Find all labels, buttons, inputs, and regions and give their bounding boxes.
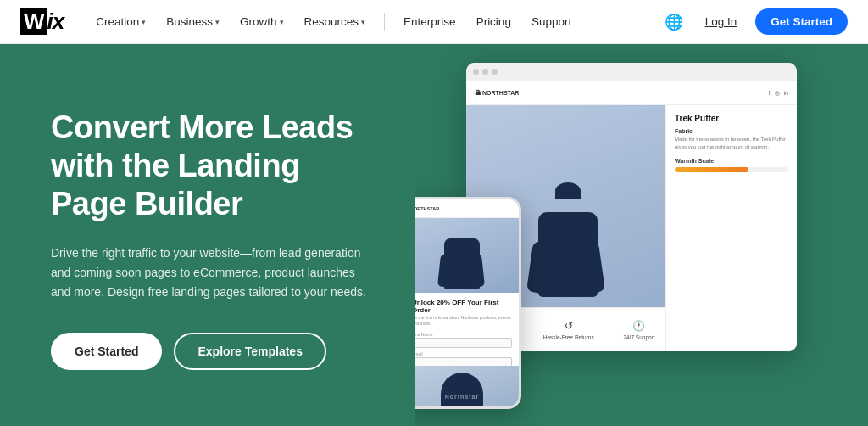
nav-item-growth[interactable]: Growth ▾	[231, 10, 292, 33]
fabric-text: Made for the seasons in between, the Tre…	[675, 136, 788, 151]
mobile-product-image	[415, 218, 519, 293]
nav-enterprise-label: Enterprise	[403, 15, 456, 28]
hero-subtitle: Drive the right traffic to your website—…	[51, 244, 373, 302]
nav-pricing-label: Pricing	[476, 15, 511, 28]
jacket-silhouette	[530, 178, 606, 297]
feature-support: 🕐 24/7 Support	[623, 320, 654, 340]
chevron-down-icon: ▾	[361, 18, 365, 26]
mobile-firstname-input[interactable]	[415, 338, 512, 348]
wix-logo[interactable]: Wix	[20, 8, 64, 35]
globe-icon[interactable]: 🌐	[661, 9, 687, 35]
feature-returns: ↺ Hassle-Free Returns	[543, 320, 594, 340]
hero-explore-button[interactable]: Explore Templates	[174, 333, 326, 370]
fabric-label: Fabric	[675, 128, 788, 134]
nav-support-label: Support	[531, 15, 571, 28]
nav-right: 🌐 Log In Get Started	[661, 8, 848, 35]
nav-resources-label: Resources	[304, 15, 359, 28]
nav-item-creation[interactable]: Creation ▾	[87, 10, 154, 33]
hero-right: 🏔 NORTHSTAR f ◎ in	[415, 44, 868, 426]
nav-links: Creation ▾ Business ▾ Growth ▾ Resources…	[87, 10, 660, 33]
warmth-label: Warmth Scale	[675, 158, 788, 164]
hero-left: Convert More Leads with the Landing Page…	[0, 44, 415, 426]
jacket-body	[538, 212, 598, 297]
mobile-mockup: NORTHSTAR Unlock 20% OFF Your First Orde…	[415, 197, 521, 409]
mobile-brand-text: NORTHSTAR	[415, 206, 439, 211]
browser-dot-3	[492, 69, 498, 75]
nav-divider	[384, 13, 385, 31]
mobile-email-label: Email	[415, 351, 512, 356]
support-text: 24/7 Support	[623, 334, 654, 340]
northstar-logo: 🏔 NORTHSTAR	[475, 90, 519, 96]
hero-section: Convert More Leads with the Landing Page…	[0, 44, 868, 426]
browser-dot-1	[473, 69, 479, 75]
nav-business-label: Business	[166, 15, 213, 28]
mobile-jacket-silhouette	[439, 221, 486, 289]
nav-item-pricing[interactable]: Pricing	[468, 10, 520, 33]
browser-dot-2	[482, 69, 488, 75]
chevron-down-icon: ▾	[280, 18, 284, 26]
hero-get-started-button[interactable]: Get Started	[51, 333, 162, 370]
mobile-form-sub: Be the first to know about Northstar pro…	[415, 315, 512, 327]
returns-icon: ↺	[565, 320, 573, 332]
linkedin-icon: in	[784, 90, 788, 97]
nav-item-support[interactable]: Support	[523, 10, 580, 33]
mobile-nav: NORTHSTAR	[415, 199, 519, 218]
chevron-down-icon: ▾	[215, 18, 220, 26]
hero-title: Convert More Leads with the Landing Page…	[51, 109, 373, 222]
jacket-collar	[555, 182, 581, 199]
social-icons: f ◎ in	[769, 90, 788, 97]
returns-text: Hassle-Free Returns	[543, 334, 594, 340]
support-icon: 🕐	[632, 320, 645, 332]
navbar: Wix Creation ▾ Business ▾ Growth ▾ Resou…	[0, 0, 868, 44]
mobile-jacket-body	[444, 238, 480, 289]
nav-growth-label: Growth	[240, 15, 277, 28]
warmth-fill	[675, 167, 748, 172]
instagram-icon: ◎	[775, 90, 780, 97]
mobile-form-title: Unlock 20% OFF Your First Order	[415, 299, 512, 314]
get-started-button[interactable]: Get Started	[755, 8, 848, 35]
nav-item-resources[interactable]: Resources ▾	[296, 10, 375, 33]
login-button[interactable]: Log In	[697, 10, 746, 33]
chevron-down-icon: ▾	[142, 18, 146, 26]
mobile-bottom-jacket: Northstar	[415, 366, 519, 406]
nav-creation-label: Creation	[96, 15, 139, 28]
hero-buttons: Get Started Explore Templates	[51, 333, 373, 370]
product-name: Trek Puffer	[675, 114, 788, 123]
browser-bar	[466, 63, 797, 81]
northstar-watermark: Northstar	[445, 394, 480, 400]
browser-nav-strip: 🏔 NORTHSTAR f ◎ in	[466, 81, 797, 105]
northstar-brand-text: NORTHSTAR	[482, 90, 519, 96]
mobile-firstname-label: First Name	[415, 332, 512, 337]
warmth-bar	[675, 167, 788, 172]
product-detail-panel: Trek Puffer Fabric Made for the seasons …	[665, 105, 797, 351]
nav-item-enterprise[interactable]: Enterprise	[395, 10, 465, 33]
facebook-icon: f	[769, 90, 771, 97]
mobile-bottom-jacket-body	[441, 373, 483, 406]
nav-item-business[interactable]: Business ▾	[158, 10, 228, 33]
